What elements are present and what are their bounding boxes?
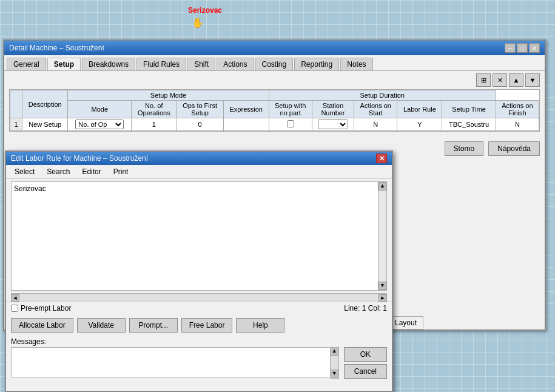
cell-operations[interactable]: 1: [132, 118, 177, 131]
msg-scroll-up[interactable]: ▲: [331, 348, 338, 356]
menu-editor[interactable]: Editor: [76, 166, 107, 177]
col-header-empty: [10, 90, 22, 118]
col-header-expression: Expression: [223, 101, 269, 118]
labor-dialog: Edit Labor Rule for Machine – Soustružen…: [5, 150, 393, 392]
action-buttons: Allocate Labor Validate Prompt... Free L…: [6, 314, 392, 336]
col-header-description: Description: [22, 90, 68, 118]
cancel-button[interactable]: Cancel: [344, 364, 387, 379]
tab-reporting[interactable]: Reporting: [294, 58, 339, 70]
col-header-station: StationNumber: [312, 101, 354, 118]
group-header-setup-mode: Setup Mode: [68, 90, 269, 101]
menu-search[interactable]: Search: [41, 166, 76, 177]
mode-select[interactable]: No. of Op: [75, 120, 124, 129]
row-number: 1: [10, 118, 22, 131]
editor-text: Serizovac: [14, 184, 375, 193]
cell-station[interactable]: [312, 118, 354, 131]
toolbar: ⊞ ✕ ▲ ▼: [4, 71, 545, 89]
bottom-tab-layout[interactable]: Layout: [388, 316, 423, 329]
serizovac-label: Serizovac: [188, 6, 222, 15]
hand-icon: ✋: [192, 17, 204, 29]
prompt-button[interactable]: Prompt...: [129, 318, 178, 333]
close-button[interactable]: ✕: [529, 43, 540, 53]
editor-scrollbar[interactable]: ▲ ▼: [378, 182, 386, 290]
tab-actions[interactable]: Actions: [217, 58, 254, 70]
tabs-bar: General Setup Breakdowns Fluid Rules Shi…: [4, 55, 545, 71]
validate-button[interactable]: Validate: [77, 318, 126, 333]
ok-button[interactable]: OK: [344, 347, 387, 362]
col-header-ops-first: Ops to FirstSetup: [177, 101, 224, 118]
help-button[interactable]: Help: [236, 318, 284, 333]
table-row: 1 New Setup No. of Op 1 0 N Y: [10, 118, 539, 131]
cell-ops-first[interactable]: 0: [177, 118, 224, 131]
tab-breakdowns[interactable]: Breakdowns: [82, 58, 135, 70]
cursor-position: Line: 1 Col: 1: [344, 304, 387, 313]
col-header-actions-finish: Actions onFinish: [496, 101, 539, 118]
editor-hscrollbar[interactable]: ◄ ►: [11, 293, 387, 302]
scroll-up-arrow[interactable]: ▲: [378, 182, 386, 191]
col-header-setup-time: Setup Time: [442, 101, 496, 118]
toolbar-delete-icon[interactable]: ✕: [493, 73, 507, 87]
setup-table: Description Setup Mode Setup Duration Mo…: [10, 90, 539, 131]
messages-section: Messages: ▲ ▼ OK Cancel: [6, 336, 392, 381]
labor-menu: Select Search Editor Print: [6, 165, 392, 179]
serizovac-text: Serizovac: [188, 6, 222, 15]
cell-setup-time[interactable]: TBC_Soustru: [442, 118, 496, 131]
messages-area: ▲ ▼ OK Cancel: [11, 347, 387, 379]
allocate-labor-button[interactable]: Allocate Labor: [11, 318, 73, 333]
stomo-button[interactable]: Stomo: [445, 141, 484, 156]
cell-actions-finish[interactable]: N: [496, 118, 539, 131]
status-bar: Pre-empt Labor Line: 1 Col: 1: [6, 302, 392, 314]
editor-content[interactable]: Serizovac: [12, 182, 378, 290]
toolbar-grid-icon[interactable]: ⊞: [476, 73, 491, 87]
col-header-no-part: Setup withno part: [269, 101, 312, 118]
tab-setup[interactable]: Setup: [47, 58, 81, 70]
scroll-right-arrow[interactable]: ►: [378, 294, 387, 302]
preempt-checkbox[interactable]: [11, 305, 18, 312]
scroll-left-arrow[interactable]: ◄: [11, 294, 19, 302]
preempt-section: Pre-empt Labor: [11, 304, 71, 313]
col-header-mode: Mode: [68, 101, 132, 118]
main-dialog-titlebar: Detail Machine – Soustružení ─ □ ✕: [4, 41, 545, 55]
toolbar-down-icon[interactable]: ▼: [525, 73, 540, 87]
messages-content[interactable]: [11, 347, 331, 377]
col-header-operations: No. ofOperations: [132, 101, 177, 118]
labor-dialog-title: Edit Labor Rule for Machine – Soustružen…: [11, 154, 148, 163]
msg-scroll-down[interactable]: ▼: [331, 370, 338, 378]
group-header-setup-duration: Setup Duration: [269, 90, 496, 101]
messages-label: Messages:: [11, 337, 387, 346]
col-header-labor-rule: Labor Rule: [397, 101, 442, 118]
napoveda-button[interactable]: Nápověda: [488, 141, 540, 156]
tab-shift[interactable]: Shift: [187, 58, 215, 70]
col-header-actions-start: Actions onStart: [354, 101, 397, 118]
station-select[interactable]: [318, 120, 348, 129]
ok-cancel-section: OK Cancel: [344, 347, 387, 379]
tab-costing[interactable]: Costing: [255, 58, 294, 70]
titlebar-controls: ─ □ ✕: [505, 43, 540, 53]
minimize-button[interactable]: ─: [505, 43, 516, 53]
no-part-checkbox[interactable]: [287, 120, 294, 127]
free-labor-button[interactable]: Free Labor: [181, 318, 233, 333]
tab-fluid-rules[interactable]: Fluid Rules: [136, 58, 186, 70]
cell-actions-start[interactable]: N: [354, 118, 397, 131]
tab-notes[interactable]: Notes: [340, 58, 372, 70]
cell-expression[interactable]: [223, 118, 269, 131]
cell-no-part[interactable]: [269, 118, 312, 131]
bottom-tab-layout-label: Layout: [395, 319, 417, 327]
maximize-button[interactable]: □: [517, 43, 528, 53]
menu-select[interactable]: Select: [8, 166, 41, 177]
labor-editor-area: Serizovac ▲ ▼: [11, 181, 387, 291]
setup-table-container: Description Setup Mode Setup Duration Mo…: [9, 89, 540, 132]
cell-mode[interactable]: No. of Op: [68, 118, 132, 131]
labor-close-button[interactable]: ✕: [376, 154, 387, 163]
cell-labor-rule[interactable]: Y: [397, 118, 442, 131]
main-dialog-title: Detail Machine – Soustružení: [9, 44, 104, 52]
messages-scrollbar[interactable]: ▲ ▼: [331, 347, 339, 379]
preempt-label: Pre-empt Labor: [21, 304, 71, 313]
labor-titlebar: Edit Labor Rule for Machine – Soustružen…: [6, 152, 392, 165]
tab-general[interactable]: General: [7, 58, 46, 70]
cell-description[interactable]: New Setup: [22, 118, 68, 131]
toolbar-up-icon[interactable]: ▲: [509, 73, 523, 87]
scroll-down-arrow[interactable]: ▼: [378, 282, 386, 290]
menu-print[interactable]: Print: [107, 166, 135, 177]
